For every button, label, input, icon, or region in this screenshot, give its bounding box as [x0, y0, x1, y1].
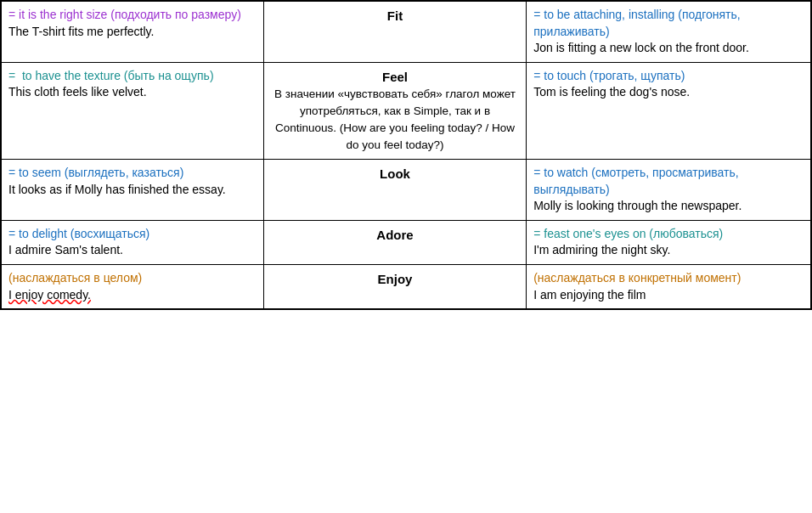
- cell-feel-left-meaning: = to have the texture (быть на ощупь): [8, 69, 214, 82]
- cell-enjoy-right: (наслаждаться в конкретный момент) I am …: [527, 264, 811, 309]
- cell-look-mid: Look: [263, 159, 526, 220]
- cell-fit-right-example: Jon is fitting a new lock on the front d…: [533, 41, 749, 54]
- cell-fit-right-meaning: = to be attaching, installing (подгонять…: [533, 8, 740, 38]
- cell-look-right: = to watch (смотреть, просматривать, выг…: [527, 159, 811, 220]
- cell-fit-left-example: The T-shirt fits me perfectly.: [8, 25, 154, 38]
- cell-fit-right: = to be attaching, installing (подгонять…: [527, 1, 811, 62]
- cell-adore-right-meaning: = feast one's eyes on (любоваться): [533, 227, 723, 240]
- cell-feel-right-meaning: = to touch (трогать, щупать): [533, 69, 685, 82]
- cell-adore-right: = feast one's eyes on (любоваться) I'm a…: [527, 220, 811, 264]
- cell-look-left: = to seem (выглядеть, казаться) It looks…: [1, 159, 263, 220]
- table-row: = to have the texture (быть на ощупь) Th…: [1, 62, 811, 159]
- cell-enjoy-mid: Enjoy: [263, 264, 526, 309]
- cell-adore-left: = to delight (восхищаться) I admire Sam'…: [1, 220, 263, 264]
- cell-feel-left: = to have the texture (быть на ощупь) Th…: [1, 62, 263, 159]
- cell-look-mid-header: Look: [380, 166, 410, 181]
- cell-adore-mid-header: Adore: [376, 228, 413, 242]
- cell-feel-mid-header: Feel: [382, 70, 408, 84]
- cell-fit-mid: Fit: [263, 1, 526, 62]
- cell-enjoy-right-meaning: (наслаждаться в конкретный момент): [533, 271, 741, 285]
- cell-adore-left-example: I admire Sam's talent.: [8, 243, 123, 256]
- cell-feel-mid-note: В значении «чувствовать себя» глагол мож…: [274, 87, 516, 151]
- cell-fit-mid-header: Fit: [387, 8, 403, 23]
- cell-look-right-example: Molly is looking through the newspaper.: [533, 199, 742, 212]
- cell-fit-left: = it is the right size (подходить по раз…: [1, 1, 263, 62]
- cell-enjoy-right-example: I am enjoying the film: [533, 288, 646, 302]
- table-row: = to delight (восхищаться) I admire Sam'…: [1, 220, 811, 264]
- cell-enjoy-mid-header: Enjoy: [378, 272, 413, 286]
- cell-adore-mid: Adore: [263, 220, 526, 264]
- cell-feel-left-example: This cloth feels like velvet.: [8, 85, 147, 99]
- table-row: (наслаждаться в целом) I enjoy comedy. E…: [1, 264, 811, 309]
- cell-look-right-meaning: = to watch (смотреть, просматривать, выг…: [533, 166, 739, 196]
- cell-enjoy-left-meaning: (наслаждаться в целом): [8, 271, 142, 285]
- cell-feel-right: = to touch (трогать, щупать) Tom is feel…: [527, 62, 811, 159]
- cell-look-left-example: It looks as if Molly has finished the es…: [8, 183, 226, 196]
- cell-fit-left-meaning: = it is the right size (подходить по раз…: [8, 8, 241, 21]
- cell-enjoy-left: (наслаждаться в целом) I enjoy comedy.: [1, 264, 263, 309]
- cell-adore-right-example: I'm admiring the night sky.: [533, 243, 670, 256]
- cell-adore-left-meaning: = to delight (восхищаться): [8, 227, 149, 240]
- main-table: = it is the right size (подходить по раз…: [0, 0, 812, 310]
- cell-feel-mid: Feel В значении «чувствовать себя» глаго…: [263, 62, 526, 159]
- cell-enjoy-left-example: I enjoy comedy.: [8, 288, 91, 302]
- table-row: = to seem (выглядеть, казаться) It looks…: [1, 159, 811, 220]
- table-row: = it is the right size (подходить по раз…: [1, 1, 811, 62]
- cell-look-left-meaning: = to seem (выглядеть, казаться): [8, 166, 183, 179]
- cell-feel-right-example: Tom is feeling the dog's nose.: [533, 85, 690, 99]
